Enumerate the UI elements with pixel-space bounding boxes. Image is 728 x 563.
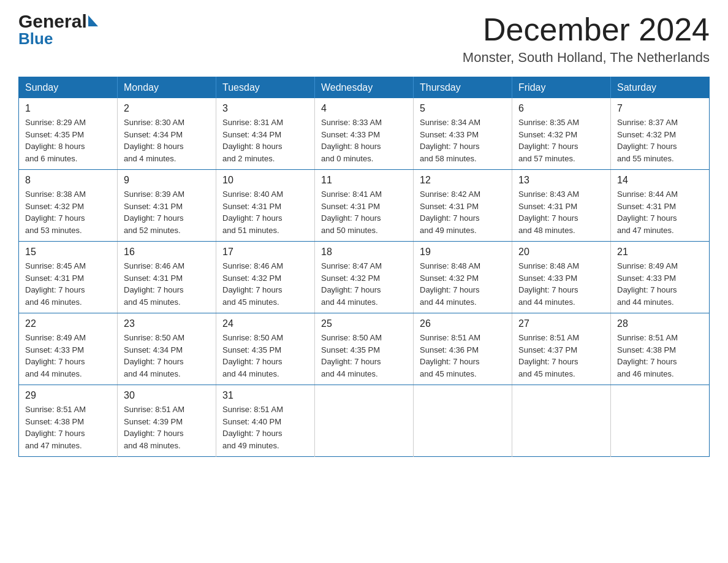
col-tuesday: Tuesday	[216, 77, 315, 99]
day-info: Sunrise: 8:42 AMSunset: 4:31 PMDaylight:…	[420, 188, 506, 236]
table-row: 12Sunrise: 8:42 AMSunset: 4:31 PMDayligh…	[414, 170, 512, 242]
logo: General Blue	[18, 12, 98, 47]
day-info: Sunrise: 8:48 AMSunset: 4:32 PMDaylight:…	[420, 260, 506, 308]
table-row: 7Sunrise: 8:37 AMSunset: 4:32 PMDaylight…	[611, 98, 710, 170]
calendar-table: Sunday Monday Tuesday Wednesday Thursday…	[18, 77, 710, 457]
table-row: 2Sunrise: 8:30 AMSunset: 4:34 PMDaylight…	[118, 98, 216, 170]
table-row: 29Sunrise: 8:51 AMSunset: 4:38 PMDayligh…	[19, 385, 118, 457]
table-row: 22Sunrise: 8:49 AMSunset: 4:33 PMDayligh…	[19, 313, 118, 385]
day-info: Sunrise: 8:31 AMSunset: 4:34 PMDaylight:…	[222, 117, 308, 164]
day-info: Sunrise: 8:35 AMSunset: 4:32 PMDaylight:…	[518, 117, 604, 164]
day-number: 2	[124, 103, 210, 114]
day-number: 10	[222, 175, 308, 186]
table-row: 28Sunrise: 8:51 AMSunset: 4:38 PMDayligh…	[611, 313, 710, 385]
day-number: 26	[420, 318, 506, 329]
day-info: Sunrise: 8:49 AMSunset: 4:33 PMDaylight:…	[617, 260, 703, 308]
day-number: 9	[124, 175, 210, 186]
day-info: Sunrise: 8:45 AMSunset: 4:31 PMDaylight:…	[25, 260, 111, 308]
day-info: Sunrise: 8:44 AMSunset: 4:31 PMDaylight:…	[617, 188, 703, 236]
col-monday: Monday	[118, 77, 216, 99]
day-info: Sunrise: 8:51 AMSunset: 4:39 PMDaylight:…	[124, 404, 210, 451]
day-info: Sunrise: 8:51 AMSunset: 4:37 PMDaylight:…	[518, 332, 604, 380]
day-info: Sunrise: 8:34 AMSunset: 4:33 PMDaylight:…	[420, 117, 506, 164]
table-row: 6Sunrise: 8:35 AMSunset: 4:32 PMDaylight…	[512, 98, 611, 170]
day-number: 18	[321, 247, 407, 258]
table-row	[414, 385, 512, 457]
day-number: 25	[321, 318, 407, 329]
logo-text: General Blue	[18, 12, 98, 47]
day-number: 15	[25, 247, 111, 258]
table-row: 3Sunrise: 8:31 AMSunset: 4:34 PMDaylight…	[216, 98, 315, 170]
table-row: 31Sunrise: 8:51 AMSunset: 4:40 PMDayligh…	[216, 385, 315, 457]
month-year-title: December 2024	[463, 12, 710, 47]
calendar-week-4: 22Sunrise: 8:49 AMSunset: 4:33 PMDayligh…	[19, 313, 710, 385]
day-number: 20	[518, 247, 604, 258]
day-info: Sunrise: 8:51 AMSunset: 4:38 PMDaylight:…	[617, 332, 703, 380]
day-number: 24	[222, 318, 308, 329]
day-info: Sunrise: 8:46 AMSunset: 4:31 PMDaylight:…	[124, 260, 210, 308]
day-info: Sunrise: 8:48 AMSunset: 4:33 PMDaylight:…	[518, 260, 604, 308]
page-header: General Blue December 2024 Monster, Sout…	[18, 12, 710, 66]
day-info: Sunrise: 8:30 AMSunset: 4:34 PMDaylight:…	[124, 117, 210, 164]
calendar-header-row: Sunday Monday Tuesday Wednesday Thursday…	[19, 77, 710, 99]
day-number: 11	[321, 175, 407, 186]
col-friday: Friday	[512, 77, 611, 99]
day-info: Sunrise: 8:50 AMSunset: 4:34 PMDaylight:…	[124, 332, 210, 380]
logo-arrow-icon	[88, 15, 98, 26]
day-number: 16	[124, 247, 210, 258]
table-row: 5Sunrise: 8:34 AMSunset: 4:33 PMDaylight…	[414, 98, 512, 170]
calendar-week-2: 8Sunrise: 8:38 AMSunset: 4:32 PMDaylight…	[19, 170, 710, 242]
table-row: 25Sunrise: 8:50 AMSunset: 4:35 PMDayligh…	[315, 313, 414, 385]
table-row	[512, 385, 611, 457]
day-info: Sunrise: 8:39 AMSunset: 4:31 PMDaylight:…	[124, 188, 210, 236]
day-info: Sunrise: 8:51 AMSunset: 4:38 PMDaylight:…	[25, 404, 111, 451]
day-info: Sunrise: 8:49 AMSunset: 4:33 PMDaylight:…	[25, 332, 111, 380]
day-number: 8	[25, 175, 111, 186]
location-subtitle: Monster, South Holland, The Netherlands	[463, 50, 710, 66]
day-info: Sunrise: 8:47 AMSunset: 4:32 PMDaylight:…	[321, 260, 407, 308]
table-row: 1Sunrise: 8:29 AMSunset: 4:35 PMDaylight…	[19, 98, 118, 170]
day-number: 12	[420, 175, 506, 186]
day-number: 14	[617, 175, 703, 186]
table-row: 21Sunrise: 8:49 AMSunset: 4:33 PMDayligh…	[611, 242, 710, 313]
logo-general: General	[18, 12, 87, 31]
day-number: 29	[25, 390, 111, 401]
day-number: 6	[518, 103, 604, 114]
day-info: Sunrise: 8:40 AMSunset: 4:31 PMDaylight:…	[222, 188, 308, 236]
day-info: Sunrise: 8:51 AMSunset: 4:36 PMDaylight:…	[420, 332, 506, 380]
day-number: 17	[222, 247, 308, 258]
day-info: Sunrise: 8:29 AMSunset: 4:35 PMDaylight:…	[25, 117, 111, 164]
table-row: 11Sunrise: 8:41 AMSunset: 4:31 PMDayligh…	[315, 170, 414, 242]
table-row	[611, 385, 710, 457]
table-row: 26Sunrise: 8:51 AMSunset: 4:36 PMDayligh…	[414, 313, 512, 385]
day-number: 4	[321, 103, 407, 114]
calendar-week-5: 29Sunrise: 8:51 AMSunset: 4:38 PMDayligh…	[19, 385, 710, 457]
day-info: Sunrise: 8:50 AMSunset: 4:35 PMDaylight:…	[321, 332, 407, 380]
table-row: 19Sunrise: 8:48 AMSunset: 4:32 PMDayligh…	[414, 242, 512, 313]
table-row: 30Sunrise: 8:51 AMSunset: 4:39 PMDayligh…	[118, 385, 216, 457]
day-number: 21	[617, 247, 703, 258]
table-row: 13Sunrise: 8:43 AMSunset: 4:31 PMDayligh…	[512, 170, 611, 242]
table-row: 17Sunrise: 8:46 AMSunset: 4:32 PMDayligh…	[216, 242, 315, 313]
day-number: 30	[124, 390, 210, 401]
day-number: 27	[518, 318, 604, 329]
day-number: 31	[222, 390, 308, 401]
day-info: Sunrise: 8:33 AMSunset: 4:33 PMDaylight:…	[321, 117, 407, 164]
table-row: 24Sunrise: 8:50 AMSunset: 4:35 PMDayligh…	[216, 313, 315, 385]
calendar-week-1: 1Sunrise: 8:29 AMSunset: 4:35 PMDaylight…	[19, 98, 710, 170]
day-info: Sunrise: 8:37 AMSunset: 4:32 PMDaylight:…	[617, 117, 703, 164]
day-number: 22	[25, 318, 111, 329]
day-info: Sunrise: 8:51 AMSunset: 4:40 PMDaylight:…	[222, 404, 308, 451]
day-number: 3	[222, 103, 308, 114]
table-row: 27Sunrise: 8:51 AMSunset: 4:37 PMDayligh…	[512, 313, 611, 385]
table-row: 20Sunrise: 8:48 AMSunset: 4:33 PMDayligh…	[512, 242, 611, 313]
table-row	[315, 385, 414, 457]
col-thursday: Thursday	[414, 77, 512, 99]
day-number: 19	[420, 247, 506, 258]
table-row: 9Sunrise: 8:39 AMSunset: 4:31 PMDaylight…	[118, 170, 216, 242]
day-number: 13	[518, 175, 604, 186]
col-wednesday: Wednesday	[315, 77, 414, 99]
day-number: 1	[25, 103, 111, 114]
table-row: 4Sunrise: 8:33 AMSunset: 4:33 PMDaylight…	[315, 98, 414, 170]
table-row: 16Sunrise: 8:46 AMSunset: 4:31 PMDayligh…	[118, 242, 216, 313]
